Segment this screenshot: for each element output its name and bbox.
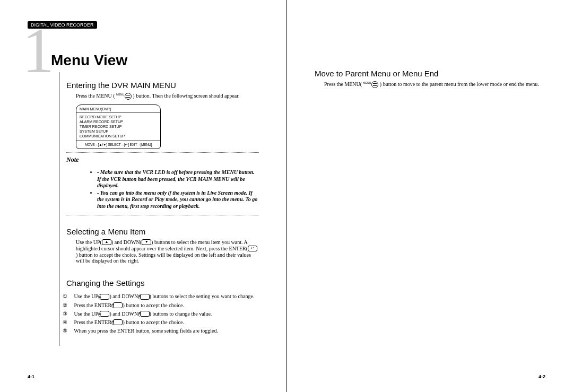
move-body: Press the MENU( MENU ) button to move to…	[324, 81, 545, 89]
selecting-body: Use the UP(▲) and DOWN(▼) buttons to sel…	[76, 239, 259, 264]
note-item: - Make sure that the VCR LED is off befo…	[97, 169, 259, 189]
crt-diagram: MAIN MENU(DVR) RECORD MODE SETUP ALARM R…	[76, 104, 161, 149]
crt-footer: MOVE→[▲/▼] SELECT→[↵] EXIT→[MENU]	[76, 141, 160, 149]
down-icon: ▼	[140, 294, 150, 300]
steps-list: ① Use the UP(▲) and DOWN(▼) buttons to s…	[66, 293, 259, 334]
right-page: Move to Parent Menu or Menu End Press th…	[286, 0, 573, 392]
note-label: Note	[66, 156, 259, 164]
crt-title: MAIN MENU(DVR)	[76, 105, 160, 112]
left-content-column: Entering the DVR MAIN MENU Press the MEN…	[59, 72, 259, 346]
up-icon: ▲	[102, 239, 111, 245]
enter-icon: ↵	[113, 319, 123, 325]
menu-label: MENU	[116, 93, 124, 96]
section-move-heading: Move to Parent Menu or Menu End	[315, 69, 545, 78]
up-icon: ▲	[100, 294, 109, 300]
page-number-right: 4-2	[539, 374, 545, 379]
step-item: ③ Use the UP(▲) and DOWN(▼) buttons to c…	[76, 311, 259, 317]
menu-label: MENU	[363, 81, 371, 84]
menu-button-icon	[125, 93, 132, 100]
down-icon: ▼	[142, 239, 151, 245]
step-item: ⑤ When you press the ENTER button, some …	[76, 328, 259, 334]
entering-body: Press the MENU ( MENU ) button. Then the…	[76, 93, 259, 100]
chapter-number-bg: 1	[22, 25, 54, 76]
step-item: ④ Press the ENTER(↵) button to accept th…	[76, 319, 259, 326]
menu-button-icon	[371, 81, 378, 88]
note-list: - Make sure that the VCR LED is off befo…	[76, 169, 259, 210]
divider	[66, 152, 259, 153]
chapter-title: Menu View	[51, 52, 259, 69]
divider	[66, 215, 259, 215]
right-content-column: Move to Parent Menu or Menu End Press th…	[315, 21, 545, 339]
step-item: ① Use the UP(▲) and DOWN(▼) buttons to s…	[76, 293, 259, 300]
section-entering-heading: Entering the DVR MAIN MENU	[66, 81, 259, 90]
enter-icon: ↵	[113, 302, 123, 308]
note-item: - You can go into the menu only if the s…	[97, 190, 259, 210]
crt-body: RECORD MODE SETUP ALARM RECORD SETUP TIM…	[76, 112, 160, 141]
step-item: ② Press the ENTER(↵) button to accept th…	[76, 302, 259, 309]
down-icon: ▼	[140, 311, 150, 317]
up-icon: ▲	[100, 311, 109, 317]
section-selecting-heading: Selecting a Menu Item	[66, 227, 259, 236]
section-changing-heading: Changing the Settings	[66, 278, 259, 288]
enter-icon: ↵	[248, 246, 257, 251]
page-number-left: 4-1	[28, 374, 34, 379]
left-page: DIGITAL VIDEO RECORDER 1 Menu View Enter…	[0, 0, 286, 392]
